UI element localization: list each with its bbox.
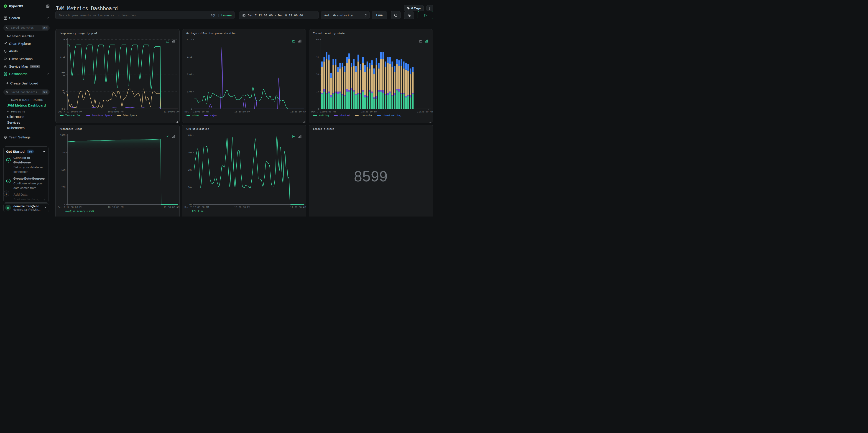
sidebar-item-alerts[interactable]: Alerts bbox=[0, 48, 53, 55]
beta-badge: BETA bbox=[30, 65, 40, 68]
help-button[interactable]: ? bbox=[3, 190, 9, 196]
bar-chart-toggle-icon[interactable] bbox=[298, 39, 302, 42]
chart-canvas[interactable]: 1 GB1 GB763MB381MB0 BDec 7 12:00:00 PM10… bbox=[56, 29, 179, 123]
event-search-placeholder: Search your events w/ Lucene ex. column:… bbox=[59, 14, 136, 17]
line-chart-toggle-icon[interactable] bbox=[166, 135, 169, 138]
svg-text:10:30:00 PM: 10:30:00 PM bbox=[234, 206, 250, 209]
bar-chart-toggle-icon[interactable] bbox=[425, 39, 428, 42]
resize-corner-icon bbox=[429, 121, 431, 123]
filter-button[interactable] bbox=[404, 11, 414, 19]
saved-dashboards-group[interactable]: SAVED DASHBOARDS bbox=[7, 98, 53, 101]
resize-handle[interactable] bbox=[429, 120, 431, 122]
header-actions: 0 Tags bbox=[404, 5, 433, 11]
sidebar-item-team-settings[interactable]: Team Settings bbox=[4, 135, 53, 139]
svg-text:10:30:00 PM: 10:30:00 PM bbox=[108, 206, 123, 209]
legend-item[interactable]: minor bbox=[186, 114, 199, 117]
granularity-value: Auto Granularity bbox=[324, 14, 353, 17]
create-dashboard-label: Create Dashboard bbox=[10, 81, 38, 85]
tags-button[interactable]: 0 Tags bbox=[404, 5, 424, 11]
resize-handle[interactable] bbox=[303, 216, 304, 217]
chart-canvas[interactable]: 100M75M50M25M0Dec 7 12:00:00 PM10:30:00 … bbox=[56, 125, 179, 216]
chevron-up-icon bbox=[43, 150, 45, 153]
svg-text:0.16: 0.16 bbox=[187, 38, 192, 41]
time-range-picker[interactable]: Dec 7 12:00:00 - Dec 8 12:00:00 bbox=[239, 11, 318, 19]
svg-text:11:30:00 AM: 11:30:00 AM bbox=[290, 206, 306, 209]
chart-legend: minormajor bbox=[186, 114, 217, 117]
chart-canvas[interactable]: 40%30%20%10%0%Dec 7 12:00:00 PM10:30:00 … bbox=[182, 125, 306, 216]
get-started-step-add-data[interactable]: Add Data Start sending logs, metrics, or… bbox=[6, 193, 46, 203]
chart-canvas[interactable]: 0.160.120.080.040Dec 7 12:00:00 PM10:30:… bbox=[182, 29, 306, 123]
legend-item[interactable]: major bbox=[204, 114, 217, 117]
step-title: Create Data Sources bbox=[13, 177, 48, 181]
svg-text:Dec 7 12:00:00 PM: Dec 7 12:00:00 PM bbox=[58, 206, 82, 209]
run-query-button[interactable] bbox=[417, 11, 433, 19]
saved-searches-input[interactable]: Saved Searches ⌘K bbox=[3, 25, 50, 31]
sidebar-item-client-sessions[interactable]: Client Sessions bbox=[0, 55, 53, 63]
search-section-label: Search bbox=[9, 16, 20, 20]
legend-item[interactable]: CPU time bbox=[186, 210, 204, 212]
sidebar-item-label: Service Map bbox=[9, 64, 28, 68]
legend-item[interactable]: Tenured Gen bbox=[60, 114, 81, 117]
chart-canvas[interactable]: 604530150Dec 7 12:00:00 PM10:30:00 PM11:… bbox=[309, 29, 433, 123]
presets-group[interactable]: PRESETS bbox=[7, 110, 53, 113]
more-options-button[interactable] bbox=[427, 5, 433, 11]
sidebar-section-dashboards[interactable]: Dashboards bbox=[0, 70, 53, 78]
legend-dash bbox=[313, 115, 317, 116]
step-description: Start sending logs, metrics, or traces bbox=[13, 197, 42, 203]
sidebar-item-jvm-metrics-dashboard[interactable]: JVM Metrics Dashboard bbox=[7, 103, 53, 107]
lucene-toggle[interactable]: Lucene bbox=[221, 14, 231, 17]
legend-dash bbox=[60, 211, 64, 211]
chart-type-toggles bbox=[419, 39, 428, 42]
no-saved-searches-text: No saved searches bbox=[7, 34, 53, 38]
legend-item[interactable]: blocked bbox=[334, 114, 349, 117]
legend-item[interactable]: avg(jvm.memory.used) bbox=[60, 210, 94, 212]
line-chart-toggle-icon[interactable] bbox=[292, 135, 296, 138]
svg-text:10:30:00 PM: 10:30:00 PM bbox=[361, 110, 377, 113]
resize-corner-icon bbox=[176, 121, 178, 123]
event-search-input[interactable]: Search your events w/ Lucene ex. column:… bbox=[55, 11, 235, 19]
get-started-step-sources[interactable]: Create Data Sources Configure where your… bbox=[6, 177, 46, 190]
sql-toggle[interactable]: SQL bbox=[211, 14, 216, 17]
line-chart-toggle-icon[interactable] bbox=[292, 39, 296, 42]
svg-text:11:30:00 AM: 11:30:00 AM bbox=[163, 110, 179, 113]
get-started-header[interactable]: Get Started 2/3 bbox=[4, 147, 49, 153]
resize-handle[interactable] bbox=[176, 120, 178, 122]
sidebar-item-chart-explorer[interactable]: Chart Explorer bbox=[0, 40, 53, 48]
refresh-button[interactable] bbox=[391, 11, 401, 19]
bar-chart-toggle-icon[interactable] bbox=[298, 135, 302, 138]
bar-chart-toggle-icon[interactable] bbox=[172, 135, 175, 138]
brand-name: HyperDX bbox=[9, 4, 23, 8]
sidebar-item-services[interactable]: Services bbox=[7, 120, 53, 124]
line-chart-toggle-icon[interactable] bbox=[166, 39, 169, 42]
resize-handle[interactable] bbox=[176, 216, 178, 217]
user-menu[interactable]: D dominic.tran@clic… dominic.tran@clickh… bbox=[3, 203, 49, 212]
legend-item[interactable]: Survivor Space bbox=[86, 114, 112, 117]
resize-handle[interactable] bbox=[303, 120, 304, 122]
arrow-right-icon bbox=[42, 198, 46, 202]
sidebar-section-search[interactable]: Search bbox=[0, 14, 53, 22]
chevron-up-icon bbox=[47, 73, 50, 75]
search-section-icon bbox=[4, 16, 7, 20]
sidebar-collapse-icon[interactable] bbox=[46, 5, 50, 8]
sidebar-item-clickhouse[interactable]: ClickHouse bbox=[7, 115, 53, 119]
bar-chart-toggle-icon[interactable] bbox=[172, 39, 175, 42]
get-started-step-connect[interactable]: Connect to ClickHouse Set up your databa… bbox=[6, 156, 46, 174]
line-chart-toggle-icon[interactable] bbox=[419, 39, 423, 42]
sidebar-item-kubernetes[interactable]: Kubernetes bbox=[7, 126, 53, 130]
chart-legend: avg(jvm.memory.used) bbox=[60, 210, 94, 212]
legend-item[interactable]: Eden Space bbox=[117, 114, 137, 117]
svg-text:30%: 30% bbox=[188, 151, 192, 154]
legend-dash bbox=[377, 115, 381, 116]
create-dashboard-button[interactable]: Create Dashboard bbox=[6, 80, 53, 87]
sidebar-item-service-map[interactable]: Service Map BETA bbox=[0, 63, 53, 70]
legend-item[interactable]: runnable bbox=[355, 114, 372, 117]
live-button[interactable]: Live bbox=[372, 11, 387, 19]
saved-dashboards-input[interactable]: Saved Dashboards ⌘K bbox=[3, 89, 50, 95]
granularity-select[interactable]: Auto Granularity bbox=[321, 11, 370, 19]
get-started-progress-badge: 2/3 bbox=[27, 150, 34, 153]
legend-item[interactable]: timed_waiting bbox=[377, 114, 401, 117]
legend-item[interactable]: waiting bbox=[313, 114, 329, 117]
step-texts: Connect to ClickHouse Set up your databa… bbox=[13, 156, 46, 174]
resize-handle[interactable] bbox=[429, 216, 431, 217]
legend-label: runnable bbox=[361, 114, 372, 117]
